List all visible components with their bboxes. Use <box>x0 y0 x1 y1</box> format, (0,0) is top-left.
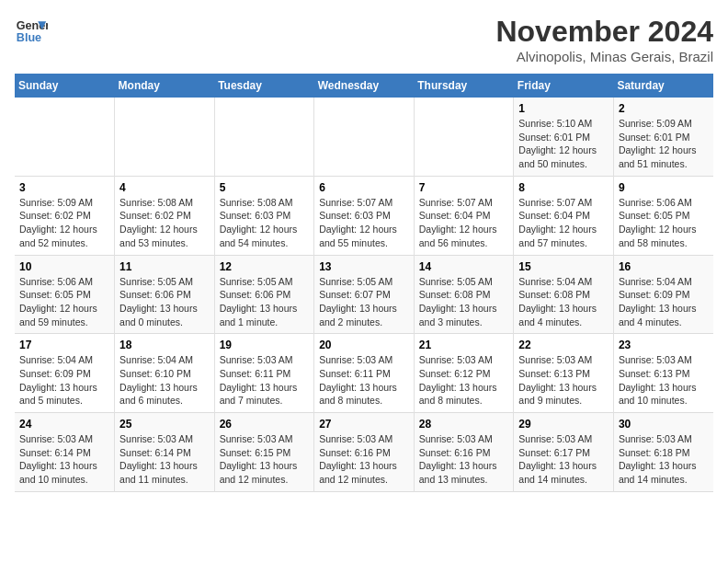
day-number: 1 <box>518 102 609 115</box>
calendar-cell <box>115 98 215 176</box>
calendar-week-row: 3Sunrise: 5:09 AM Sunset: 6:02 PM Daylig… <box>15 176 713 255</box>
day-info: Sunrise: 5:03 AM Sunset: 6:13 PM Dayligh… <box>518 353 609 408</box>
day-info: Sunrise: 5:03 AM Sunset: 6:13 PM Dayligh… <box>619 353 709 408</box>
calendar-cell: 26Sunrise: 5:03 AM Sunset: 6:15 PM Dayli… <box>214 413 314 492</box>
day-info: Sunrise: 5:03 AM Sunset: 6:17 PM Dayligh… <box>518 432 609 487</box>
day-number: 2 <box>619 102 709 115</box>
day-info: Sunrise: 5:07 AM Sunset: 6:04 PM Dayligh… <box>419 196 509 250</box>
calendar-cell: 28Sunrise: 5:03 AM Sunset: 6:16 PM Dayli… <box>414 413 514 492</box>
day-number: 3 <box>19 181 109 194</box>
day-number: 12 <box>220 260 310 273</box>
calendar-cell: 18Sunrise: 5:04 AM Sunset: 6:10 PM Dayli… <box>115 334 215 413</box>
day-number: 29 <box>518 418 609 431</box>
calendar-cell: 22Sunrise: 5:03 AM Sunset: 6:13 PM Dayli… <box>514 334 614 413</box>
day-info: Sunrise: 5:10 AM Sunset: 6:01 PM Dayligh… <box>518 117 609 171</box>
header-row: SundayMondayTuesdayWednesdayThursdayFrid… <box>15 74 713 98</box>
day-info: Sunrise: 5:03 AM Sunset: 6:14 PM Dayligh… <box>19 432 109 487</box>
calendar-cell: 10Sunrise: 5:06 AM Sunset: 6:05 PM Dayli… <box>15 255 115 334</box>
day-info: Sunrise: 5:08 AM Sunset: 6:03 PM Dayligh… <box>220 196 310 250</box>
day-number: 26 <box>220 418 310 431</box>
calendar-cell: 9Sunrise: 5:06 AM Sunset: 6:05 PM Daylig… <box>613 176 713 255</box>
calendar-cell: 21Sunrise: 5:03 AM Sunset: 6:12 PM Dayli… <box>414 334 514 413</box>
day-number: 17 <box>19 339 109 351</box>
day-info: Sunrise: 5:04 AM Sunset: 6:09 PM Dayligh… <box>619 275 709 329</box>
calendar-cell <box>214 98 314 176</box>
calendar-cell <box>15 98 115 176</box>
day-number: 24 <box>19 418 109 431</box>
day-number: 25 <box>119 418 210 431</box>
location: Alvinopolis, Minas Gerais, Brazil <box>495 49 713 64</box>
day-number: 30 <box>619 418 709 431</box>
day-number: 22 <box>518 339 609 351</box>
calendar-cell: 16Sunrise: 5:04 AM Sunset: 6:09 PM Dayli… <box>613 255 713 334</box>
calendar-week-row: 10Sunrise: 5:06 AM Sunset: 6:05 PM Dayli… <box>15 255 713 334</box>
day-info: Sunrise: 5:07 AM Sunset: 6:03 PM Dayligh… <box>319 196 409 250</box>
day-info: Sunrise: 5:03 AM Sunset: 6:11 PM Dayligh… <box>319 353 409 408</box>
calendar-week-row: 17Sunrise: 5:04 AM Sunset: 6:09 PM Dayli… <box>15 334 713 413</box>
calendar-body: 1Sunrise: 5:10 AM Sunset: 6:01 PM Daylig… <box>15 98 713 491</box>
day-number: 7 <box>419 181 509 194</box>
day-info: Sunrise: 5:03 AM Sunset: 6:14 PM Dayligh… <box>119 432 210 487</box>
day-info: Sunrise: 5:04 AM Sunset: 6:08 PM Dayligh… <box>518 275 609 329</box>
calendar-cell: 14Sunrise: 5:05 AM Sunset: 6:08 PM Dayli… <box>414 255 514 334</box>
calendar-header: SundayMondayTuesdayWednesdayThursdayFrid… <box>15 74 713 98</box>
day-info: Sunrise: 5:08 AM Sunset: 6:02 PM Dayligh… <box>119 196 210 250</box>
weekday-header: Sunday <box>15 74 115 98</box>
day-info: Sunrise: 5:03 AM Sunset: 6:16 PM Dayligh… <box>319 432 409 487</box>
calendar-cell: 7Sunrise: 5:07 AM Sunset: 6:04 PM Daylig… <box>414 176 514 255</box>
day-info: Sunrise: 5:03 AM Sunset: 6:16 PM Dayligh… <box>419 432 509 487</box>
day-number: 21 <box>419 339 509 351</box>
logo: General Blue <box>15 15 48 48</box>
calendar-cell: 19Sunrise: 5:03 AM Sunset: 6:11 PM Dayli… <box>214 334 314 413</box>
day-number: 23 <box>619 339 709 351</box>
day-info: Sunrise: 5:05 AM Sunset: 6:06 PM Dayligh… <box>220 275 310 329</box>
page-header: General Blue November 2024 Alvinopolis, … <box>15 15 713 64</box>
day-info: Sunrise: 5:06 AM Sunset: 6:05 PM Dayligh… <box>619 196 709 250</box>
calendar-cell: 1Sunrise: 5:10 AM Sunset: 6:01 PM Daylig… <box>514 98 614 176</box>
calendar-cell <box>314 98 415 176</box>
calendar-cell: 11Sunrise: 5:05 AM Sunset: 6:06 PM Dayli… <box>115 255 215 334</box>
month-title: November 2024 <box>495 15 713 49</box>
title-area: November 2024 Alvinopolis, Minas Gerais,… <box>495 15 713 64</box>
day-info: Sunrise: 5:05 AM Sunset: 6:06 PM Dayligh… <box>119 275 210 329</box>
calendar-cell: 29Sunrise: 5:03 AM Sunset: 6:17 PM Dayli… <box>514 413 614 492</box>
day-number: 8 <box>518 181 609 194</box>
day-number: 20 <box>319 339 409 351</box>
calendar-cell: 25Sunrise: 5:03 AM Sunset: 6:14 PM Dayli… <box>115 413 215 492</box>
day-info: Sunrise: 5:06 AM Sunset: 6:05 PM Dayligh… <box>19 275 109 329</box>
day-info: Sunrise: 5:09 AM Sunset: 6:01 PM Dayligh… <box>619 117 709 171</box>
calendar-cell: 3Sunrise: 5:09 AM Sunset: 6:02 PM Daylig… <box>15 176 115 255</box>
day-info: Sunrise: 5:07 AM Sunset: 6:04 PM Dayligh… <box>518 196 609 250</box>
day-number: 5 <box>220 181 310 194</box>
day-number: 14 <box>419 260 509 273</box>
calendar-cell: 6Sunrise: 5:07 AM Sunset: 6:03 PM Daylig… <box>314 176 415 255</box>
day-info: Sunrise: 5:03 AM Sunset: 6:12 PM Dayligh… <box>419 353 509 408</box>
calendar-cell: 15Sunrise: 5:04 AM Sunset: 6:08 PM Dayli… <box>514 255 614 334</box>
day-number: 4 <box>119 181 210 194</box>
day-number: 19 <box>220 339 310 351</box>
day-number: 11 <box>119 260 210 273</box>
calendar-week-row: 24Sunrise: 5:03 AM Sunset: 6:14 PM Dayli… <box>15 413 713 492</box>
day-info: Sunrise: 5:03 AM Sunset: 6:15 PM Dayligh… <box>220 432 310 487</box>
calendar-cell: 23Sunrise: 5:03 AM Sunset: 6:13 PM Dayli… <box>613 334 713 413</box>
day-info: Sunrise: 5:03 AM Sunset: 6:11 PM Dayligh… <box>220 353 310 408</box>
day-number: 18 <box>119 339 210 351</box>
day-number: 9 <box>619 181 709 194</box>
calendar-cell: 12Sunrise: 5:05 AM Sunset: 6:06 PM Dayli… <box>214 255 314 334</box>
day-info: Sunrise: 5:04 AM Sunset: 6:09 PM Dayligh… <box>19 353 109 408</box>
day-number: 13 <box>319 260 409 273</box>
day-info: Sunrise: 5:05 AM Sunset: 6:08 PM Dayligh… <box>419 275 509 329</box>
calendar-cell <box>414 98 514 176</box>
calendar-week-row: 1Sunrise: 5:10 AM Sunset: 6:01 PM Daylig… <box>15 98 713 176</box>
svg-text:Blue: Blue <box>17 31 41 44</box>
calendar-cell: 13Sunrise: 5:05 AM Sunset: 6:07 PM Dayli… <box>314 255 415 334</box>
calendar-cell: 2Sunrise: 5:09 AM Sunset: 6:01 PM Daylig… <box>613 98 713 176</box>
weekday-header: Saturday <box>613 74 713 98</box>
logo-icon: General Blue <box>15 15 48 48</box>
day-number: 27 <box>319 418 409 431</box>
day-info: Sunrise: 5:09 AM Sunset: 6:02 PM Dayligh… <box>19 196 109 250</box>
day-number: 10 <box>19 260 109 273</box>
day-number: 16 <box>619 260 709 273</box>
calendar-table: SundayMondayTuesdayWednesdayThursdayFrid… <box>15 74 713 492</box>
day-number: 28 <box>419 418 509 431</box>
